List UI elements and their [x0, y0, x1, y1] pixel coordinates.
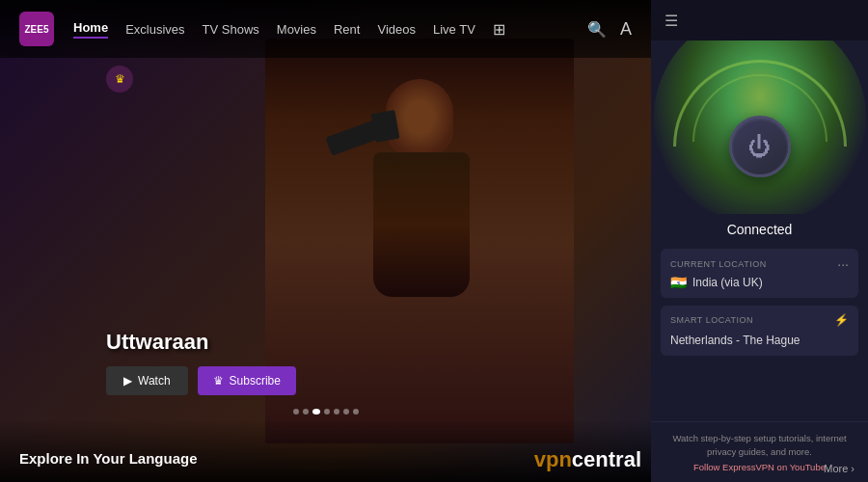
watch-button[interactable]: ▶ Watch — [106, 366, 188, 395]
nav-bar: ZEE5 Home Exclusives TV Shows Movies Ren… — [0, 0, 651, 58]
search-icon[interactable]: 🔍 — [587, 20, 607, 39]
dot-3[interactable] — [312, 409, 320, 415]
nav-tvshows[interactable]: TV Shows — [203, 22, 259, 37]
india-flag-icon: 🇮🇳 — [670, 275, 687, 290]
dot-7[interactable] — [353, 409, 359, 415]
nav-links: Home Exclusives TV Shows Movies Rent Vid… — [73, 20, 587, 39]
vpn-watermark: vpncentral — [534, 447, 641, 472]
person-silhouette — [265, 39, 574, 443]
play-icon: ▶ — [123, 374, 132, 388]
dot-6[interactable] — [343, 409, 349, 415]
smart-location-card[interactable]: Smart Location ⚡ Netherlands - The Hague — [661, 306, 858, 356]
current-location-header: Current Location ··· — [670, 256, 849, 272]
nav-movies[interactable]: Movies — [277, 22, 316, 37]
vpn-connected-label: Connected — [651, 222, 868, 237]
zee5-logo: ZEE5 — [19, 12, 54, 46]
movie-info: Uttwaraan ▶ Watch ♛ Subscribe — [106, 330, 296, 395]
dot-2[interactable] — [303, 409, 309, 415]
hero-image — [265, 39, 574, 443]
smart-location-header: Smart Location ⚡ — [670, 313, 849, 327]
smart-location-name: Netherlands - The Hague — [670, 334, 800, 347]
nav-exclusives[interactable]: Exclusives — [125, 22, 184, 37]
grid-icon[interactable]: ⊞ — [493, 20, 505, 39]
dot-1[interactable] — [293, 409, 299, 415]
translate-icon[interactable]: A — [620, 19, 632, 40]
dot-5[interactable] — [334, 409, 339, 415]
power-icon: ⏻ — [748, 133, 772, 160]
nav-livetv[interactable]: Live TV — [433, 22, 475, 37]
subscribe-button[interactable]: ♛ Subscribe — [198, 366, 296, 395]
crown-icon: ♛ — [213, 374, 224, 388]
vpn-panel: ☰ ⏻ Connected Current Location ··· 🇮🇳 In… — [651, 0, 868, 482]
current-location-name: India (via UK) — [692, 276, 763, 289]
lightning-icon[interactable]: ⚡ — [834, 313, 849, 327]
streaming-app: ZEE5 Home Exclusives TV Shows Movies Ren… — [0, 0, 651, 482]
more-button[interactable]: More › — [824, 463, 854, 474]
smart-location-label: Smart Location — [670, 315, 753, 325]
nav-videos[interactable]: Videos — [377, 22, 416, 37]
vpn-connection-area: ⏻ — [651, 40, 868, 214]
movie-title: Uttwaraan — [106, 330, 296, 355]
dot-4[interactable] — [324, 409, 330, 415]
vpn-info-text: Watch step-by-step setup tutorials, inte… — [663, 432, 856, 460]
nav-rent[interactable]: Rent — [334, 22, 360, 37]
more-arrow-icon: › — [851, 463, 854, 474]
current-location-name-row: 🇮🇳 India (via UK) — [670, 275, 849, 290]
logo-area: ZEE5 — [19, 12, 54, 46]
nav-right: 🔍 A — [587, 19, 632, 40]
nav-home[interactable]: Home — [73, 20, 108, 39]
vpn-power-button[interactable]: ⏻ — [729, 116, 791, 177]
more-label: More — [824, 463, 848, 474]
movie-buttons: ▶ Watch ♛ Subscribe — [106, 366, 296, 395]
carousel-dots — [293, 409, 359, 415]
crown-badge: ♛ — [106, 66, 133, 93]
menu-icon[interactable]: ☰ — [665, 12, 678, 30]
vpn-header: ☰ — [651, 0, 868, 40]
current-location-label: Current Location — [670, 259, 767, 269]
current-location-card[interactable]: Current Location ··· 🇮🇳 India (via UK) — [661, 249, 858, 298]
location-cards: Current Location ··· 🇮🇳 India (via UK) S… — [651, 249, 868, 356]
gun-prop — [325, 119, 386, 156]
location-more-dots[interactable]: ··· — [837, 256, 849, 272]
